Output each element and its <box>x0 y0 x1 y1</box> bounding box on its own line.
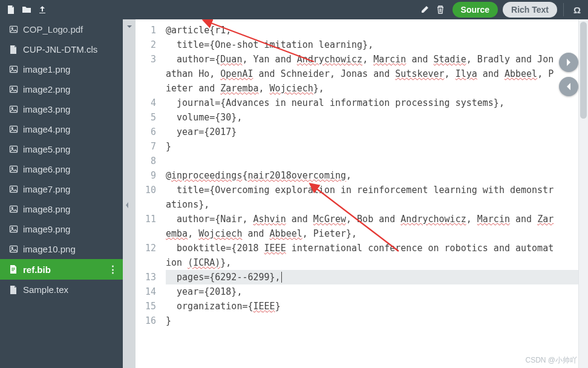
file-item-cop-logo-pdf[interactable]: COP_Logo.pdf <box>0 19 123 39</box>
file-label: image8.png <box>23 204 70 214</box>
file-item-sample-tex[interactable]: Sample.tex <box>0 280 123 300</box>
chevron-down-icon[interactable] <box>125 22 134 31</box>
file-item-image7-png[interactable]: image7.png <box>0 179 123 199</box>
svg-rect-10 <box>10 146 17 152</box>
file-label: image5.png <box>23 144 70 154</box>
left-gutter <box>123 19 136 368</box>
svg-point-5 <box>11 88 13 89</box>
code-line[interactable]: author={Nair, Ashvin and McGrew, Bob and… <box>166 212 578 241</box>
file-item-image9-png[interactable]: image9.png <box>0 219 123 239</box>
svg-point-15 <box>11 188 13 189</box>
svg-rect-4 <box>10 86 17 92</box>
scrollbar-thumb[interactable] <box>580 22 587 119</box>
svg-rect-14 <box>10 186 17 192</box>
nav-forward-button[interactable] <box>559 53 578 72</box>
file-label: CUP-JNL-DTM.cls <box>23 44 97 54</box>
code-line[interactable]: year={2018}, <box>166 284 578 299</box>
watermark: CSDN @小帅吖 <box>525 355 577 366</box>
toolbar: Source Rich Text Ω <box>0 0 588 19</box>
code-line[interactable]: title={One-shot imitation learning}, <box>166 38 578 52</box>
svg-rect-8 <box>10 126 17 132</box>
code-line[interactable]: volume={30}, <box>166 110 578 125</box>
nav-back-button[interactable] <box>559 77 578 96</box>
rename-icon[interactable] <box>417 2 432 17</box>
file-item-image8-png[interactable]: image8.png <box>0 199 123 219</box>
file-label: image1.png <box>23 64 70 74</box>
code-content[interactable]: @article{r1, title={One-shot imitation l… <box>163 19 578 368</box>
new-file-icon[interactable] <box>4 2 18 17</box>
svg-point-9 <box>11 128 13 129</box>
svg-point-19 <box>11 228 13 229</box>
code-line[interactable]: journal={Advances in neural information … <box>166 96 578 110</box>
file-icon <box>8 264 18 274</box>
svg-point-11 <box>11 148 13 149</box>
upload-icon[interactable] <box>35 2 50 17</box>
image-icon <box>8 105 18 114</box>
file-item-image3-png[interactable]: image3.png <box>0 99 123 119</box>
svg-rect-2 <box>10 66 17 72</box>
new-folder-icon[interactable] <box>19 2 34 17</box>
chevron-left-icon[interactable] <box>124 201 130 211</box>
svg-point-1 <box>11 28 13 29</box>
svg-rect-12 <box>10 166 17 172</box>
file-item-cup-jnl-dtm-cls[interactable]: CUP-JNL-DTM.cls <box>0 39 123 59</box>
code-line[interactable]: @article{r1, <box>166 23 578 38</box>
code-line[interactable]: organization={IEEE} <box>166 299 578 314</box>
symbol-icon[interactable]: Ω <box>570 2 584 17</box>
file-item-image2-png[interactable]: image2.png <box>0 79 123 99</box>
file-label: ref.bib <box>23 264 51 275</box>
file-tree: COP_Logo.pdfCUP-JNL-DTM.clsimage1.pngima… <box>0 19 123 368</box>
image-icon <box>8 225 18 234</box>
file-label: image9.png <box>23 224 70 234</box>
svg-point-17 <box>11 208 13 209</box>
image-icon <box>8 145 18 154</box>
svg-point-3 <box>11 68 13 69</box>
rich-text-tab[interactable]: Rich Text <box>503 2 557 18</box>
file-item-image10-png[interactable]: image10.png <box>0 239 123 259</box>
svg-point-13 <box>11 168 13 169</box>
image-icon <box>8 85 18 94</box>
svg-rect-0 <box>10 26 17 32</box>
image-icon <box>8 25 18 34</box>
file-item-image5-png[interactable]: image5.png <box>0 139 123 159</box>
code-line[interactable]: booktitle={2018 IEEE international confe… <box>166 241 578 270</box>
file-label: image3.png <box>23 104 70 114</box>
file-label: image6.png <box>23 164 70 174</box>
svg-rect-18 <box>10 226 17 232</box>
code-line[interactable]: title={Overcoming exploration in reinfor… <box>166 183 578 212</box>
file-menu-icon[interactable]: ⋮ <box>108 264 117 275</box>
image-icon <box>8 245 18 254</box>
file-label: image4.png <box>23 124 70 134</box>
file-label: image2.png <box>23 84 70 94</box>
code-line[interactable]: } <box>166 139 578 154</box>
code-line[interactable] <box>166 154 578 168</box>
image-icon <box>8 165 18 174</box>
code-line[interactable]: author={Duan, Yan and Andrychowicz, Marc… <box>166 52 578 96</box>
file-label: image7.png <box>23 184 70 194</box>
source-tab[interactable]: Source <box>452 2 498 18</box>
svg-rect-6 <box>10 106 17 112</box>
code-line[interactable]: @inproceedings{nair2018overcoming, <box>166 168 578 183</box>
file-item-image1-png[interactable]: image1.png <box>0 59 123 79</box>
file-item-ref-bib[interactable]: ref.bib⋮ <box>0 259 123 280</box>
svg-rect-20 <box>10 246 17 252</box>
code-editor[interactable]: 12345678910111213141516 @article{r1, tit… <box>136 19 588 368</box>
file-item-image6-png[interactable]: image6.png <box>0 159 123 179</box>
line-number-gutter: 12345678910111213141516 <box>136 19 163 368</box>
editor-scrollbar[interactable] <box>578 19 588 368</box>
file-label: COP_Logo.pdf <box>23 24 83 34</box>
code-line[interactable]: } <box>166 314 578 328</box>
file-icon <box>8 285 18 295</box>
delete-icon[interactable] <box>433 2 448 17</box>
svg-point-21 <box>11 248 13 249</box>
image-icon <box>8 125 18 134</box>
code-line[interactable]: pages={6292--6299}, <box>166 270 578 284</box>
svg-rect-16 <box>10 206 17 212</box>
file-icon <box>8 45 18 54</box>
file-item-image4-png[interactable]: image4.png <box>0 119 123 139</box>
code-line[interactable]: year={2017} <box>166 125 578 139</box>
file-label: Sample.tex <box>23 284 68 295</box>
image-icon <box>8 205 18 214</box>
image-icon <box>8 65 18 74</box>
file-label: image10.png <box>23 244 76 254</box>
